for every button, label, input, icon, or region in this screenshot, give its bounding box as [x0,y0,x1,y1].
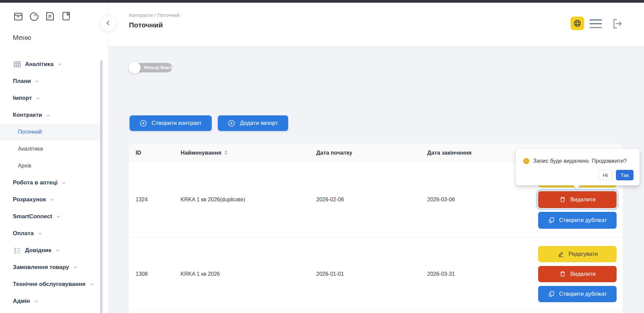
logo-row [12,10,72,22]
popconfirm-buttons: Ні Так [598,170,634,180]
popconfirm-message: Запис буде видалено. Продовжити? [533,158,627,164]
button-label: Видалити [570,196,596,203]
add-import-button[interactable]: Додати імпорт [218,115,288,131]
button-label: Додати імпорт [240,120,278,127]
logout-button[interactable] [610,17,624,30]
cell-name: KRKA 1 кв 2026 [181,238,220,310]
chevron-down-icon [34,299,38,302]
sidebar-subitem-potochnyi[interactable]: Поточний [0,124,101,140]
grid-icon [13,60,22,69]
popconfirm-cancel-button[interactable]: Ні [598,170,613,180]
cell-start-date: 2026-02-06 [316,162,344,237]
cell-id: 1308 [136,238,148,310]
chevron-down-icon [90,282,93,285]
cell-end-date: 2026-03-06 [427,162,455,237]
column-header-start-date: Дата початку [316,143,352,162]
plus-circle-icon [140,120,147,127]
chevron-down-icon [38,231,42,234]
delete-button[interactable]: Видалити [538,266,617,282]
delete-button[interactable]: Видалити [538,191,617,208]
create-contract-button[interactable]: Створити контракт [130,115,212,131]
app-screen: Меню Аналітика Плани Імпорт Контр [0,0,644,313]
button-label: Створити дублікат [559,217,607,223]
chevron-down-icon [50,197,54,201]
sidebar-item-label: Контракти [13,112,42,118]
book-icon [60,10,72,22]
chevron-down-icon [36,79,39,82]
column-header-name[interactable]: Найменування [181,143,228,162]
copy-icon [548,217,555,224]
sidebar-item-label: Оплата [13,230,34,237]
sidebar-subitem-arkhiv[interactable]: Архів [0,157,108,174]
button-label: Створити дублікат [559,291,607,297]
filter-toggle[interactable]: Фільтр Викл [130,63,172,72]
sidebar-item-admin[interactable]: Адмін [0,293,108,310]
trash-icon [559,196,566,203]
caret-down-icon [224,153,228,155]
plus-circle-icon [228,120,235,127]
table-row: 1308 KRKA 1 кв 2026 2026-01-01 2026-03-3… [129,238,623,311]
delete-popconfirm: ! Запис буде видалено. Продовжити? Ні Та… [516,149,640,185]
language-button[interactable] [571,17,584,30]
cell-start-date: 2026-01-01 [316,238,344,310]
hamburger-icon [590,27,602,28]
pie-chart-icon [28,10,40,22]
menu-toggle-button[interactable] [590,19,602,28]
button-label: Видалити [570,271,596,277]
cell-id: 1324 [136,162,148,237]
sidebar-item-analitika[interactable]: Аналітика [0,56,108,73]
document-icon [44,10,56,22]
list-icon [13,246,22,255]
row-actions: Редагувати Видалити [538,238,617,310]
sidebar-item-label: Імпорт [13,95,32,102]
sidebar: Меню Аналітика Плани Імпорт Контр [0,3,108,313]
button-label: Редагувати [569,251,598,257]
toggle-knob [129,62,141,74]
sidebar-scrollbar[interactable] [100,60,102,313]
chevron-left-icon [107,21,111,25]
chevron-down-icon [37,96,40,99]
sidebar-item-robota-v-aptetsi[interactable]: Робота в аптеці [0,174,108,191]
sidebar-item-zamovlennia-tovaru[interactable]: Замовлення товару [0,259,108,276]
sidebar-subitem-analitika[interactable]: Аналітика [0,140,108,157]
sidebar-item-import[interactable]: Імпорт [0,90,108,107]
sidebar-item-label: Аналітика [25,61,53,68]
column-header-end-date: Дата закінчення [427,143,472,162]
sidebar-item-label: Технічне обслуговування [13,281,86,288]
column-header-label: Найменування [181,150,221,156]
warning-icon: ! [523,158,529,164]
hamburger-icon [590,19,602,21]
edit-button[interactable]: Редагувати [538,246,617,262]
page-title: Поточний [129,21,163,29]
popconfirm-confirm-button[interactable]: Так [616,170,634,180]
sort-icon[interactable] [224,150,228,155]
chevron-up-icon [47,114,50,118]
sidebar-item-rozrakhunok[interactable]: Розрахунок [0,191,108,208]
sidebar-collapse-button[interactable] [100,15,116,31]
sidebar-item-oplata[interactable]: Оплата [0,225,108,242]
filter-toggle-label: Фільтр Викл [144,63,172,72]
trash-icon [559,270,566,277]
sidebar-item-label: SmartConnect [13,213,52,220]
chevron-down-icon [57,214,60,218]
sidebar-item-label: Розрахунок [13,196,46,203]
top-dark-strip [0,0,644,3]
pencil-icon [557,250,565,258]
sidebar-item-plany[interactable]: Плани [0,73,108,90]
popconfirm-message-row: ! Запис буде видалено. Продовжити? [523,158,627,164]
cell-name: KRKA 1 кв 2026(duplicate) [181,162,245,237]
sidebar-subitem-label: Аналітика [18,146,43,152]
sidebar-item-label: Замовлення товару [13,264,69,271]
sidebar-subitem-label: Архів [18,163,31,169]
sidebar-item-label: Адмін [13,298,30,305]
sidebar-item-dovidnyk[interactable]: Довідник [0,242,108,259]
sidebar-item-smartconnect[interactable]: SmartConnect [0,208,108,225]
chevron-down-icon [56,248,60,251]
chevron-down-icon [58,62,62,65]
duplicate-button[interactable]: Створити дублікат [538,286,617,302]
sidebar-item-tekhnichne-obsluhovuvannia[interactable]: Технічне обслуговування [0,276,108,293]
sidebar-item-kontrakty[interactable]: Контракти [0,107,108,124]
duplicate-button[interactable]: Створити дублікат [538,212,617,229]
column-header-id: ID [136,143,141,162]
sidebar-item-label: Довідник [25,247,51,254]
